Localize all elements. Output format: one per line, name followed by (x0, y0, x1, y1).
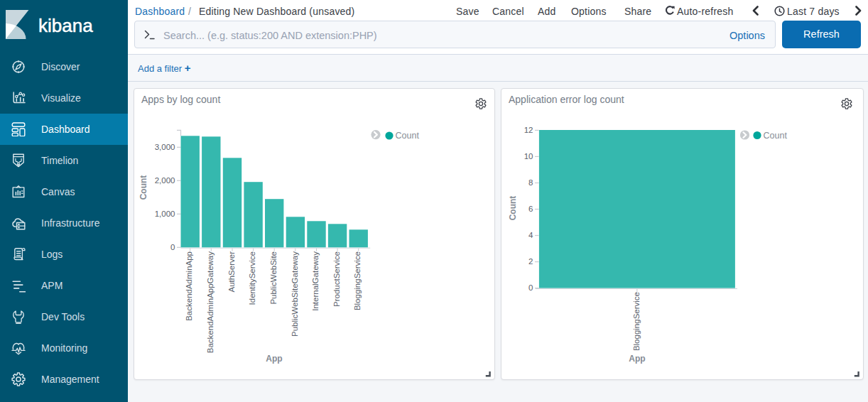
svg-text:0: 0 (170, 243, 175, 251)
svg-text:0: 0 (528, 283, 533, 292)
svg-text:BloggingService: BloggingService (353, 251, 362, 310)
svg-text:3,000: 3,000 (155, 143, 175, 151)
svg-text:AuthServer: AuthServer (227, 251, 236, 293)
svg-text:4: 4 (528, 231, 533, 239)
svg-text:Count: Count (508, 196, 518, 221)
svg-text:IdentityService: IdentityService (248, 251, 256, 305)
svg-text:2: 2 (528, 257, 533, 266)
svg-text:2,000: 2,000 (155, 176, 175, 185)
svg-text:PublicWebSiteGateway: PublicWebSiteGateway (291, 251, 299, 337)
svg-text:10: 10 (524, 152, 533, 161)
svg-text:6: 6 (528, 205, 533, 213)
svg-text:Count: Count (764, 131, 788, 141)
svg-text:ProductService: ProductService (332, 251, 341, 307)
svg-text:1,000: 1,000 (155, 210, 175, 218)
svg-text:BackendAdminApp: BackendAdminApp (185, 251, 193, 321)
svg-text:8: 8 (528, 178, 533, 187)
svg-text:Count: Count (139, 175, 148, 200)
svg-text:PublicWebSite: PublicWebSite (269, 251, 278, 305)
svg-text:12: 12 (524, 126, 533, 134)
svg-text:InternalGateway: InternalGateway (311, 251, 320, 311)
svg-text:Count: Count (396, 131, 420, 141)
svg-text:BloggingService: BloggingService (632, 292, 641, 351)
svg-text:BackendAdminAppGateway: BackendAdminAppGateway (206, 251, 215, 353)
svg-text:App: App (629, 354, 645, 364)
svg-text:App: App (266, 354, 282, 364)
